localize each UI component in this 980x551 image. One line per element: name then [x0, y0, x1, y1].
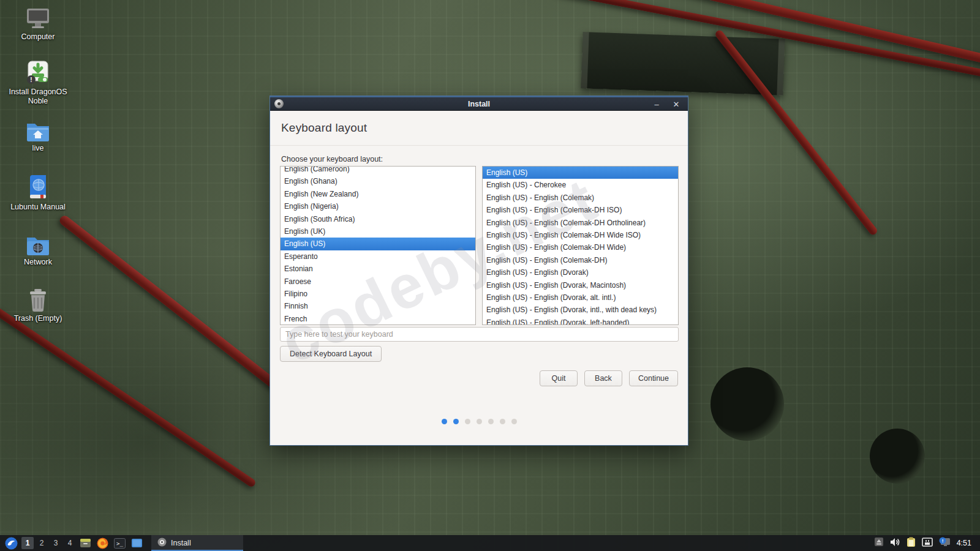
variant-list[interactable]: English (US)English (US) - CherokeeEngli… [482, 166, 679, 325]
firefox-icon[interactable] [97, 538, 108, 549]
svg-text:!: ! [30, 77, 32, 83]
network-folder-icon [5, 234, 71, 256]
list-item[interactable]: English (US) - English (Colemak) [483, 192, 678, 204]
progress-dot [442, 419, 447, 424]
navigation-buttons: Quit Back Continue [540, 370, 678, 386]
desktop-icon-label: Install DragonOS Noble [5, 88, 71, 106]
desktop-icon-trash[interactable]: Trash (Empty) [5, 288, 71, 323]
workspace-switcher: 1234 [21, 537, 76, 549]
notification-icon[interactable]: ! [939, 537, 951, 549]
system-tray: ! 4:51 [874, 537, 977, 550]
workspace-button-1[interactable]: 1 [21, 537, 34, 549]
list-item[interactable]: English (South Africa) [281, 213, 475, 225]
installer-icon: ! [5, 60, 71, 86]
pcb-wire-decoration [714, 29, 879, 236]
quit-button[interactable]: Quit [540, 370, 578, 386]
taskbar-task-install[interactable]: Install [151, 535, 243, 551]
list-item[interactable]: English (US) [483, 167, 678, 179]
taskbar: 1234 >_ Install ! 4:51 [0, 535, 980, 551]
list-item[interactable]: English (US) - English (Dvorak, left-han… [483, 317, 678, 325]
list-item[interactable]: English (Nigeria) [281, 200, 475, 212]
detect-keyboard-button[interactable]: Detect Keyboard Layout [280, 346, 382, 362]
svg-text:>_: >_ [116, 541, 123, 547]
desktop-icon-label: live [5, 144, 71, 153]
list-item[interactable]: English (Ghana) [281, 175, 475, 187]
page-title: Keyboard layout [281, 121, 367, 135]
desktop-icon-label: Computer [5, 32, 71, 42]
progress-dot [477, 419, 482, 424]
list-item[interactable]: Finnish [281, 300, 475, 312]
list-item[interactable]: English (UK) [281, 225, 475, 238]
keyboard-prompt: Choose your keyboard layout: [281, 155, 383, 163]
list-item[interactable]: English (US) - English (Colemak-DH) [483, 254, 678, 266]
list-item[interactable]: English (New Zealand) [281, 188, 475, 200]
pcb-hole-decoration [870, 429, 925, 484]
close-button[interactable]: ✕ [668, 97, 684, 112]
titlebar[interactable]: Install – ✕ [270, 96, 688, 111]
list-item[interactable]: English (Cameroon) [281, 166, 475, 175]
start-menu-button[interactable] [5, 537, 18, 550]
progress-dot [511, 419, 517, 424]
list-item[interactable]: French [281, 313, 475, 325]
manual-book-icon [5, 175, 71, 201]
show-desktop-icon[interactable] [131, 538, 143, 548]
trash-icon [5, 288, 71, 312]
progress-dot [500, 419, 505, 424]
list-item[interactable]: English (US) - Cherokee [483, 179, 678, 191]
workspace-button-4[interactable]: 4 [64, 537, 76, 549]
desktop-icon-install[interactable]: ! Install DragonOS Noble [5, 60, 71, 106]
installer-window: Install – ✕ Keyboard layout Choose your … [270, 96, 688, 446]
task-window-icon [157, 538, 167, 549]
variant-list-items: English (US)English (US) - CherokeeEngli… [483, 167, 678, 325]
list-item[interactable]: English (US) - English (Colemak-DH Wide … [483, 229, 678, 241]
home-folder-icon [5, 120, 71, 142]
desktop-icon-live[interactable]: live [5, 120, 71, 153]
eject-tray-icon[interactable] [874, 537, 884, 549]
list-item[interactable]: English (US) - English (Dvorak, intl., w… [483, 304, 678, 316]
progress-dot [488, 419, 494, 424]
list-item[interactable]: English (US) - English (Colemak-DH Wide) [483, 241, 678, 253]
list-item[interactable]: Estonian [281, 263, 475, 275]
clipboard-icon[interactable] [907, 537, 916, 550]
minimize-button[interactable]: – [649, 97, 665, 112]
layout-list[interactable]: English (Cameroon)English (Ghana)English… [280, 166, 476, 325]
list-item[interactable]: English (US) [281, 238, 475, 250]
page-header: Keyboard layout [270, 111, 688, 146]
pcb-wire-decoration [0, 304, 257, 489]
layout-list-items: English (Cameroon)English (Ghana)English… [281, 166, 475, 325]
progress-dots [270, 419, 688, 424]
continue-button[interactable]: Continue [629, 370, 678, 386]
list-item[interactable]: Filipino [281, 288, 475, 300]
workspace-button-2[interactable]: 2 [36, 537, 48, 549]
file-manager-icon[interactable] [80, 538, 91, 549]
clock[interactable]: 4:51 [957, 539, 971, 547]
list-item[interactable]: English (US) - English (Dvorak) [483, 266, 678, 279]
desktop-icon-label: Network [5, 258, 71, 267]
back-button[interactable]: Back [584, 370, 622, 386]
list-item[interactable]: English (US) - English (Colemak-DH ISO) [483, 204, 678, 216]
desktop-icon-computer[interactable]: Computer [5, 7, 71, 42]
progress-dot [465, 419, 470, 424]
network-icon[interactable] [922, 538, 933, 549]
task-label: Install [171, 539, 191, 547]
window-title: Install [270, 100, 688, 108]
desktop-icon-manual[interactable]: Lubuntu Manual [5, 175, 71, 212]
desktop-icon-network[interactable]: Network [5, 234, 71, 267]
keyboard-test-input[interactable] [280, 327, 679, 342]
list-item[interactable]: English (US) - English (Colemak-DH Ortho… [483, 217, 678, 229]
terminal-icon[interactable]: >_ [114, 538, 126, 549]
svg-text:!: ! [941, 538, 943, 544]
list-item[interactable]: English (US) - English (Dvorak, Macintos… [483, 279, 678, 291]
desktop-icon-label: Lubuntu Manual [5, 203, 71, 212]
computer-icon [5, 7, 71, 31]
progress-dot [453, 419, 459, 424]
volume-icon[interactable] [890, 538, 900, 549]
list-item[interactable]: Esperanto [281, 250, 475, 263]
workspace-button-3[interactable]: 3 [50, 537, 62, 549]
list-item[interactable]: Faroese [281, 276, 475, 288]
desktop-icon-label: Trash (Empty) [5, 314, 71, 323]
list-item[interactable]: English (US) - English (Dvorak, alt. int… [483, 291, 678, 304]
pcb-hole-decoration [710, 367, 784, 441]
